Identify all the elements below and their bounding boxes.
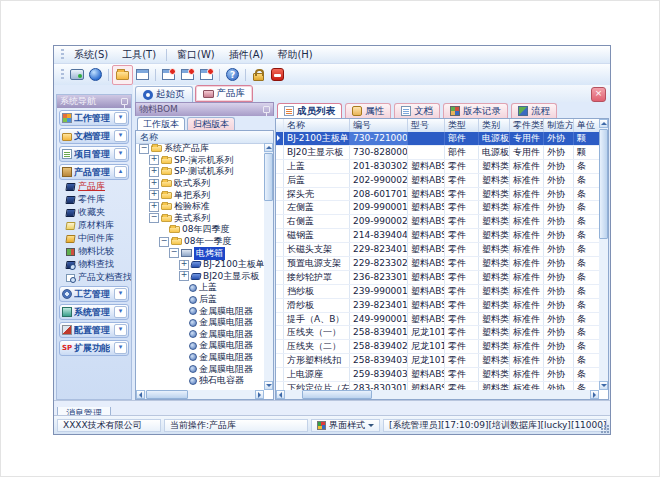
sidebar-item-零件库[interactable]: 零件库 — [57, 193, 131, 206]
table-row[interactable]: 方形塑料线扣258-839403-00I尼龙1010零件塑料类标准件外协条 — [276, 354, 599, 368]
expand-icon[interactable]: + — [149, 190, 159, 200]
tree-node-金属膜电阻器[interactable]: 金属膜电阻器 — [136, 305, 264, 317]
table-row[interactable]: 压线夹（一）258-839401-00I尼龙1010零件塑料类标准件外协条 — [276, 326, 599, 340]
chevron-down-icon[interactable]: ▾ — [114, 324, 127, 336]
menu-item-5[interactable]: 帮助(H) — [270, 47, 319, 63]
tree-vscroll-thumb[interactable] — [264, 153, 273, 201]
table-row[interactable]: 后盖202-990002-01I塑料ABS零件塑料类标准件外协条 — [276, 174, 599, 188]
column-header-类别[interactable]: 类别 — [479, 119, 510, 132]
tab-流程[interactable]: 流程 — [511, 103, 557, 118]
expand-icon[interactable]: + — [149, 179, 159, 189]
tree-node-独石电容器[interactable]: 独石电容器 — [136, 375, 264, 387]
menu-item-2[interactable]: 工具(T) — [115, 47, 163, 63]
table-row[interactable]: 长磁头支架229-823401-00I塑料ABS零件塑料类标准件外协条 — [276, 243, 599, 257]
menubar-grip[interactable] — [61, 49, 64, 60]
tree-hscrollbar[interactable] — [136, 390, 264, 399]
table-row[interactable]: 预置电源支架229-823302-00I塑料ABS零件塑料类标准件外协条 — [276, 257, 599, 271]
tree-node-BJ-2100主板单点[interactable]: +BJ-2100主板单点 — [136, 259, 264, 271]
scroll-left-icon[interactable] — [276, 392, 282, 398]
column-header-零件类型[interactable]: 零件类型 — [510, 119, 544, 132]
toolbar-button-layout[interactable] — [133, 66, 152, 84]
tab-归档版本[interactable]: 归档版本 — [187, 117, 235, 131]
tab-版本记录[interactable]: 版本记录 — [443, 103, 508, 118]
scroll-down-icon[interactable] — [266, 384, 272, 390]
toolbar-button-window-badge[interactable] — [178, 66, 197, 84]
table-row[interactable]: 上盖201-830302-00I塑料ABS零件塑料类标准件外协条 — [276, 160, 599, 174]
tree-vscrollbar[interactable] — [264, 143, 273, 390]
tree-node-系统产品库[interactable]: −系统产品库 — [136, 143, 264, 155]
tree-node-美式系列[interactable]: −美式系列 — [136, 213, 264, 225]
menu-item-1[interactable]: 系统(S) — [67, 47, 115, 63]
sidebar-group-项目管理[interactable]: 项目管理▾ — [59, 146, 129, 162]
sidebar-group-工艺管理[interactable]: 工艺管理▾ — [59, 286, 129, 302]
table-row[interactable]: 磁钢盖214-839404-01I塑料ABS零件塑料类标准件外协条 — [276, 229, 599, 243]
tab-属性[interactable]: 属性 — [345, 103, 391, 118]
table-row[interactable]: 探头壳208-601701-01I塑料ABS零件塑料类标准件外协条 — [276, 188, 599, 202]
pin-icon[interactable] — [121, 98, 128, 105]
sidebar-item-物料比较[interactable]: 物料比较 — [57, 245, 131, 258]
collapse-icon[interactable]: − — [139, 144, 149, 154]
collapse-icon[interactable]: − — [159, 237, 169, 247]
toolbar-button-window-badge[interactable] — [197, 66, 216, 84]
tree-node-电烤箱[interactable]: −电烤箱 — [136, 247, 264, 259]
table-row[interactable]: 上电源座259-839403-00I塑料ABS零件塑料类标准件外协条 — [276, 368, 599, 382]
column-header-制造方式[interactable]: 制造方式 — [544, 119, 574, 132]
table-row[interactable]: BJ-2100主板单点730-721000-12I部件电源板专用件外协颗 — [276, 132, 599, 146]
toolbar-button-globe[interactable] — [86, 66, 105, 84]
scroll-down-icon[interactable] — [601, 384, 607, 390]
toolbar-button-lock[interactable] — [249, 66, 268, 84]
tree-node-金属膜电阻器[interactable]: 金属膜电阻器 — [136, 317, 264, 329]
sidebar-item-产品库[interactable]: 产品库 — [57, 180, 131, 193]
chevron-up-icon[interactable]: ▴ — [114, 166, 127, 178]
table-row[interactable]: BJ20主显示板730-828000-04I部件电源板专用件外协颗 — [276, 146, 599, 160]
resize-grip[interactable] — [601, 425, 609, 433]
tree-node-金属膜电阻器[interactable]: 金属膜电阻器 — [136, 352, 264, 364]
chevron-down-icon[interactable]: ▾ — [114, 112, 127, 124]
tab-文档[interactable]: 文档 — [394, 103, 440, 118]
sidebar-item-原材料库[interactable]: 原材料库 — [57, 219, 131, 232]
tab-成员列表[interactable]: 成员列表 — [277, 103, 342, 118]
chevron-down-icon[interactable]: ▾ — [114, 342, 127, 354]
toolbar-grip[interactable] — [61, 69, 64, 80]
table-row[interactable]: 左侧盖209-990001-01I塑料ABS零件塑料类标准件外协条 — [276, 201, 599, 215]
chevron-down-icon[interactable]: ▾ — [114, 130, 127, 142]
expand-icon[interactable]: + — [179, 260, 189, 270]
scroll-up-icon[interactable] — [266, 143, 272, 149]
table-row[interactable]: 提手（A、B）249-990001-01I塑料ABS零件塑料类标准件外协条 — [276, 313, 599, 327]
tree-node-欧式系列[interactable]: +欧式系列 — [136, 178, 264, 190]
tree-node-08年一季度[interactable]: −08年一季度 — [136, 236, 264, 248]
chevron-down-icon[interactable]: ▾ — [114, 306, 127, 318]
sidebar-group-产品管理[interactable]: 产品管理▴ — [59, 164, 129, 180]
table-row[interactable]: 下纱定位片（左）283-830301-00I塑料ABS零件塑料类标准件外协条 — [276, 382, 599, 390]
menu-item-4[interactable]: 插件(A) — [222, 47, 271, 63]
expand-icon[interactable]: + — [149, 167, 159, 177]
toolbar-button-window-badge[interactable] — [159, 66, 178, 84]
column-header-型号[interactable]: 型号 — [408, 119, 445, 132]
close-icon[interactable] — [591, 87, 606, 102]
scroll-left-icon[interactable] — [136, 392, 142, 398]
collapse-icon[interactable]: − — [149, 213, 159, 223]
table-hscroll-thumb[interactable] — [302, 390, 372, 399]
sidebar-group-工作管理[interactable]: 工作管理▾ — [59, 110, 129, 126]
tree-node-08年四季度[interactable]: 08年四季度 — [136, 224, 264, 236]
sidebar-item-物料查找[interactable]: 物料查找 — [57, 258, 131, 271]
sidebar-group-文档管理[interactable]: 文档管理▾ — [59, 128, 129, 144]
tree-node-金属膜电阻器[interactable]: 金属膜电阻器 — [136, 329, 264, 341]
table-row[interactable]: 右侧盖209-990002-01I塑料ABS零件塑料类标准件外协条 — [276, 215, 599, 229]
tree-hscroll-thumb[interactable] — [146, 390, 188, 399]
tree-node-BJ20主显示板[interactable]: +BJ20主显示板 — [136, 271, 264, 283]
table-row[interactable]: 挡纱板239-990001-01I塑料ABS零件塑料类标准件外协条 — [276, 285, 599, 299]
table-row[interactable]: 压线夹（二）258-839402-00I尼龙1010零件塑料类标准件外协条 — [276, 340, 599, 354]
sidebar-item-收藏夹[interactable]: 收藏夹 — [57, 206, 131, 219]
sidebar-item-中间件库[interactable]: 中间件库 — [57, 232, 131, 245]
column-header-编号[interactable]: 编号 — [350, 119, 408, 132]
scroll-right-icon[interactable] — [258, 392, 264, 398]
tree-node-SP-测试机系列[interactable]: +SP-测试机系列 — [136, 166, 264, 178]
tree-node-金属膜电阻器[interactable]: 金属膜电阻器 — [136, 363, 264, 375]
expand-icon[interactable]: + — [179, 271, 189, 281]
sidebar-group-扩展功能[interactable]: SP扩展功能▾ — [59, 340, 129, 356]
chevron-down-icon[interactable]: ▾ — [114, 288, 127, 300]
sidebar-group-配置管理[interactable]: 配置管理▾ — [59, 322, 129, 338]
toolbar-button-exit[interactable] — [268, 66, 287, 84]
ui-style-button[interactable]: 界面样式 — [311, 419, 380, 432]
